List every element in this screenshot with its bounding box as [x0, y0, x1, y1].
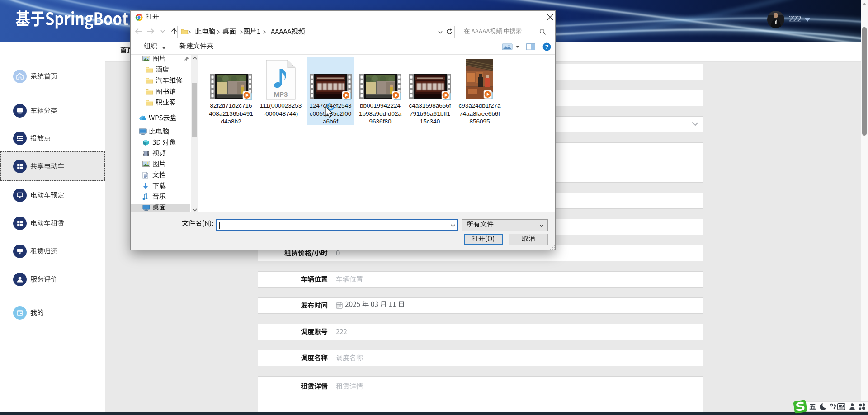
- svg-text:?: ?: [545, 43, 549, 50]
- svg-text:MP3: MP3: [274, 90, 288, 98]
